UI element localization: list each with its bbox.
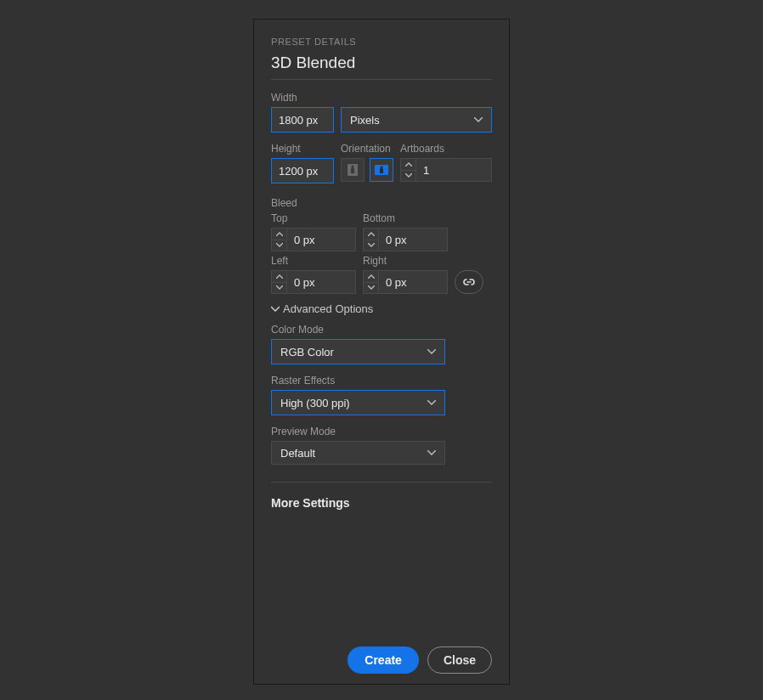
bleed-right-up[interactable] bbox=[364, 271, 378, 283]
bleed-left-input[interactable] bbox=[286, 270, 356, 294]
bleed-right-stepper[interactable] bbox=[363, 270, 378, 294]
bleed-left-label: Left bbox=[271, 255, 356, 267]
divider bbox=[271, 482, 492, 483]
bleed-top-label: Top bbox=[271, 212, 356, 224]
bleed-left-down[interactable] bbox=[272, 283, 286, 294]
width-input[interactable] bbox=[271, 107, 334, 133]
units-select[interactable]: Pixels bbox=[341, 107, 492, 133]
bleed-bottom-stepper[interactable] bbox=[363, 228, 378, 251]
bleed-right-input[interactable] bbox=[378, 270, 448, 294]
bleed-bottom-input[interactable] bbox=[378, 228, 448, 251]
bleed-left-up[interactable] bbox=[272, 271, 286, 283]
advanced-options-label: Advanced Options bbox=[283, 302, 373, 315]
portrait-icon bbox=[347, 163, 359, 177]
artboards-label: Artboards bbox=[400, 143, 492, 155]
bleed-top-stepper[interactable] bbox=[271, 228, 286, 251]
orientation-label: Orientation bbox=[341, 143, 393, 155]
artboards-down[interactable] bbox=[401, 171, 415, 182]
artboards-input[interactable] bbox=[415, 158, 492, 182]
bleed-bottom-down[interactable] bbox=[364, 240, 378, 251]
close-button[interactable]: Close bbox=[427, 646, 492, 674]
orientation-landscape-button[interactable] bbox=[370, 158, 393, 182]
bleed-top-input[interactable] bbox=[286, 228, 356, 251]
raster-effects-select[interactable]: High (300 ppi) bbox=[271, 390, 445, 415]
artboards-up[interactable] bbox=[401, 159, 415, 171]
bleed-right-label: Right bbox=[363, 255, 448, 267]
chevron-down-icon bbox=[427, 400, 436, 405]
preset-name-field[interactable]: 3D Blended bbox=[271, 54, 492, 80]
preview-mode-select[interactable]: Default bbox=[271, 441, 445, 465]
svg-point-3 bbox=[381, 167, 383, 169]
svg-point-1 bbox=[352, 166, 354, 168]
color-mode-select[interactable]: RGB Color bbox=[271, 339, 445, 364]
bleed-bottom-up[interactable] bbox=[364, 229, 378, 240]
create-button[interactable]: Create bbox=[348, 646, 419, 674]
bleed-top-down[interactable] bbox=[272, 240, 286, 251]
bleed-bottom-label: Bottom bbox=[363, 212, 448, 224]
link-icon bbox=[462, 276, 476, 288]
bleed-link-toggle[interactable] bbox=[455, 270, 483, 294]
orientation-portrait-button[interactable] bbox=[341, 158, 365, 182]
bleed-top-up[interactable] bbox=[272, 229, 286, 240]
height-label: Height bbox=[271, 143, 334, 155]
more-settings-link[interactable]: More Settings bbox=[271, 496, 492, 510]
artboards-stepper[interactable] bbox=[400, 158, 415, 182]
width-label: Width bbox=[271, 92, 492, 104]
height-input[interactable] bbox=[271, 158, 334, 183]
color-mode-value: RGB Color bbox=[280, 346, 334, 358]
units-select-value: Pixels bbox=[350, 114, 380, 127]
bleed-left-stepper[interactable] bbox=[271, 270, 286, 294]
color-mode-label: Color Mode bbox=[271, 324, 492, 336]
advanced-options-toggle[interactable]: Advanced Options bbox=[271, 302, 492, 315]
chevron-down-icon bbox=[427, 450, 436, 455]
preset-details-label: PRESET DETAILS bbox=[271, 37, 492, 47]
raster-effects-label: Raster Effects bbox=[271, 375, 492, 387]
new-document-panel: PRESET DETAILS 3D Blended Width Pixels H… bbox=[253, 19, 510, 685]
bleed-right-down[interactable] bbox=[364, 283, 378, 294]
preview-mode-value: Default bbox=[280, 447, 315, 460]
raster-effects-value: High (300 ppi) bbox=[280, 397, 350, 409]
bleed-label: Bleed bbox=[271, 197, 492, 209]
preview-mode-label: Preview Mode bbox=[271, 426, 492, 438]
chevron-down-icon bbox=[427, 349, 436, 354]
chevron-down-icon bbox=[474, 117, 483, 122]
landscape-icon bbox=[374, 164, 389, 176]
chevron-down-icon bbox=[271, 306, 280, 313]
